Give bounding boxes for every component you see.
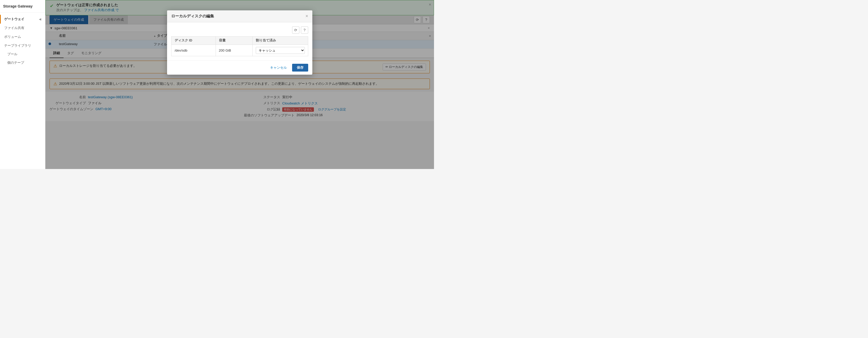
main-content: ✔ ゲートウェイは正常に作成されました 次のステップは、 ファイル共有の作成 で… [45,0,434,169]
sidebar-item-file-share[interactable]: ファイル共有 [0,24,45,32]
sidebar-item-pool-label: プール [7,52,18,57]
disk-allocation-select[interactable]: キャッシュ バッファ 未割り当て [256,47,305,54]
disk-table-row: /dev/sdb 200 GiB キャッシュ バッファ 未割り当て [171,44,308,56]
modal-title: ローカルディスクの編集 [171,14,214,19]
sidebar-item-tape[interactable]: 個のテープ [0,59,45,67]
app-title: Storage Gateway [0,0,45,13]
sidebar-item-gateway-label: ゲートウェイ [4,17,24,22]
disk-col-capacity: 容量 [216,37,253,44]
sidebar-item-file-share-label: ファイル共有 [4,26,24,30]
sidebar-item-tape-label: 個のテープ [7,61,24,65]
modal-body: ⟳ ? ディスク ID 容量 割り当て済み /dev/sdb 200 GiB [167,22,312,60]
modal-local-disk: ローカルディスクの編集 × ⟳ ? ディスク ID 容量 割り当て済み [167,10,312,75]
sidebar-item-tape-library-label: テープライブラリ [4,43,31,48]
disk-col-allocation: 割り当て済み [253,37,308,44]
modal-help-button[interactable]: ? [301,27,308,34]
sidebar-item-volume[interactable]: ボリューム [0,32,45,41]
modal-close-button[interactable]: × [305,13,308,19]
sidebar-nav: ゲートウェイ ◀ ファイル共有 ボリューム テープライブラリ プール 個のテープ [0,13,45,67]
sidebar-item-gateway[interactable]: ゲートウェイ ◀ [0,15,45,24]
modal-toolbar: ⟳ ? [171,27,308,34]
modal-footer: キャンセル 保存 [167,60,312,75]
modal-header: ローカルディスクの編集 × [167,10,312,22]
modal-refresh-button[interactable]: ⟳ [292,27,299,34]
disk-allocation-cell: キャッシュ バッファ 未割り当て [253,45,308,56]
sidebar-item-tape-library[interactable]: テープライブラリ [0,41,45,50]
disk-col-id: ディスク ID [172,37,216,44]
disk-capacity-cell: 200 GiB [216,45,253,56]
sidebar: Storage Gateway ゲートウェイ ◀ ファイル共有 ボリューム テー… [0,0,45,169]
sidebar-item-volume-label: ボリューム [4,34,21,39]
disk-id-cell: /dev/sdb [172,45,216,56]
modal-save-button[interactable]: 保存 [292,64,308,72]
sidebar-item-pool[interactable]: プール [0,50,45,59]
modal-overlay: ローカルディスクの編集 × ⟳ ? ディスク ID 容量 割り当て済み [45,0,434,169]
modal-cancel-button[interactable]: キャンセル [268,64,289,72]
disk-table-header: ディスク ID 容量 割り当て済み [171,36,308,44]
collapse-icon[interactable]: ◀ [39,18,41,21]
